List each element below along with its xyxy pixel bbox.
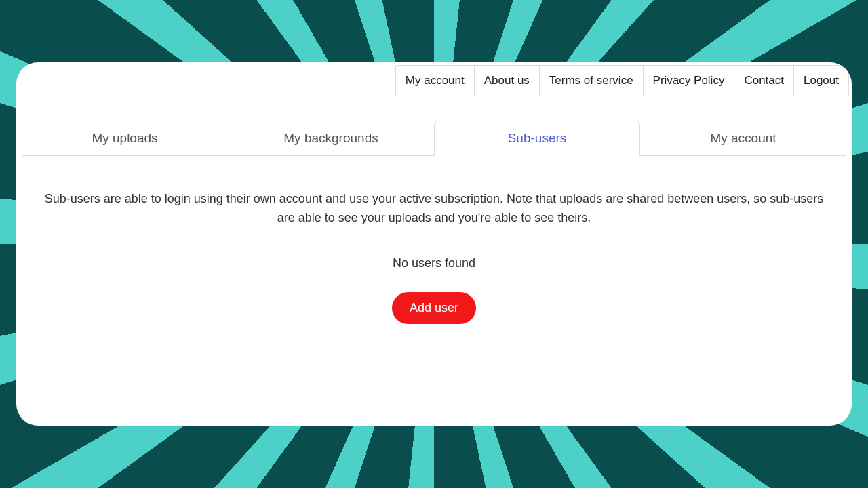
nav-logout[interactable]: Logout [793,66,848,96]
sub-users-description: Sub-users are able to login using their … [41,190,827,228]
tab-content: Sub-users are able to login using their … [16,156,852,338]
nav-about-us[interactable]: About us [474,66,539,96]
add-user-button[interactable]: Add user [392,292,476,324]
no-users-message: No users found [30,256,838,270]
top-nav-inner: My account About us Terms of service Pri… [395,65,849,96]
account-tabs: My uploads My backgrounds Sub-users My a… [22,121,846,156]
nav-terms-of-service[interactable]: Terms of service [539,66,643,96]
nav-privacy-policy[interactable]: Privacy Policy [643,66,734,96]
tab-my-account[interactable]: My account [640,121,846,155]
tab-my-uploads[interactable]: My uploads [22,121,228,155]
nav-my-account[interactable]: My account [396,66,474,96]
tab-sub-users[interactable]: Sub-users [434,121,640,156]
tab-my-backgrounds[interactable]: My backgrounds [228,121,434,155]
nav-contact[interactable]: Contact [734,66,793,96]
main-panel: My account About us Terms of service Pri… [16,62,852,426]
top-nav: My account About us Terms of service Pri… [16,62,852,104]
